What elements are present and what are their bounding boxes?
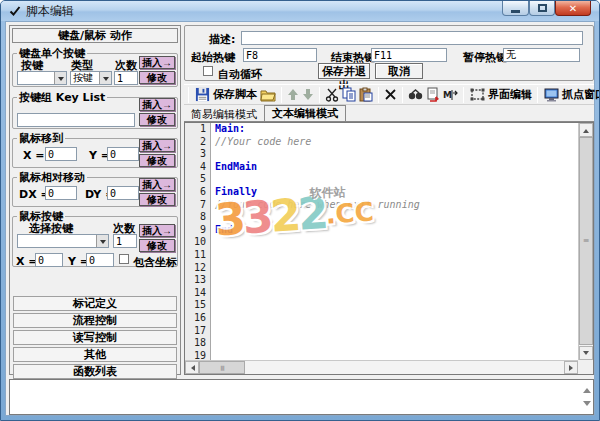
horizontal-scroll-thumb[interactable]: ≡ <box>199 361 245 374</box>
group-mouse-move: 鼠标移到 X = Y = 插入→ 修改 <box>12 131 178 168</box>
modify-button[interactable]: 修改 <box>139 71 175 84</box>
output-box[interactable] <box>9 379 594 415</box>
insert-button[interactable]: 插入→ <box>139 98 175 111</box>
insert-button[interactable]: 插入→ <box>139 178 175 191</box>
key-type-select[interactable]: 按键 <box>70 71 112 85</box>
copy-icon[interactable] <box>342 86 356 103</box>
triangle-up-icon[interactable] <box>583 384 591 393</box>
save-icon <box>194 86 211 103</box>
category-flow-control-button[interactable]: 流程控制 <box>13 313 177 328</box>
watermark-site-tag: 软件站 <box>309 184 346 202</box>
chevron-down-icon[interactable] <box>54 72 66 84</box>
insert-button[interactable]: 插入→ <box>139 139 175 152</box>
code-line <box>212 287 578 300</box>
include-coord-checkbox[interactable] <box>119 254 129 264</box>
find-next-icon[interactable]: M <box>443 86 458 103</box>
line-number: 3 <box>185 148 210 161</box>
arrow-down-icon[interactable] <box>302 86 314 103</box>
category-other-button[interactable]: 其他 <box>13 347 177 362</box>
ui-edit-button[interactable]: 界面编辑 <box>469 86 532 103</box>
modify-button[interactable]: 修改 <box>139 113 175 126</box>
watermark-text: 3322.CC <box>215 209 375 239</box>
line-number: 13 <box>185 274 210 287</box>
vertical-scrollbar[interactable]: ≡ <box>578 123 593 360</box>
cancel-dialog-button[interactable]: 取消 <box>375 63 423 79</box>
category-function-list-button[interactable]: 函数列表 <box>13 364 177 379</box>
save-exit-button[interactable]: 保存并退出 <box>318 63 370 79</box>
open-folder-icon[interactable] <box>260 86 276 103</box>
triangle-left-icon <box>188 365 195 371</box>
key-list-input[interactable] <box>17 113 135 127</box>
modify-button[interactable]: 修改 <box>139 239 175 252</box>
minimize-button[interactable] <box>502 1 529 16</box>
find-icon[interactable] <box>408 86 423 103</box>
click-count-input[interactable] <box>113 234 137 248</box>
mouse-dy-input[interactable] <box>107 186 139 200</box>
category-read-write-button[interactable]: 读写控制 <box>13 330 177 345</box>
close-icon: ✕ <box>569 3 577 14</box>
code-line: Main: <box>212 123 578 136</box>
tab-simple-edit-mode[interactable]: 简易编辑模式 <box>184 107 264 121</box>
scroll-down-button[interactable] <box>579 346 593 360</box>
panel-header: 键盘/鼠标 动作 <box>12 28 178 43</box>
scroll-grip-icon: ≡ <box>583 238 590 244</box>
category-mark-define-button[interactable]: 标记定义 <box>13 296 177 311</box>
mouse-button-select[interactable] <box>17 234 109 248</box>
vertical-scroll-thumb[interactable]: ≡ <box>579 137 593 345</box>
triangle-down-icon[interactable] <box>583 401 591 410</box>
line-number: 15 <box>185 299 210 312</box>
code-line <box>212 173 578 186</box>
line-number: 12 <box>185 262 210 275</box>
mouse-x-input[interactable] <box>45 147 77 161</box>
modify-button[interactable]: 修改 <box>139 154 175 167</box>
find-file-icon[interactable] <box>426 86 440 103</box>
modify-button[interactable]: 修改 <box>139 193 175 206</box>
line-number: 8 <box>185 211 210 224</box>
scroll-left-button[interactable] <box>185 361 199 374</box>
arrow-up-icon[interactable] <box>287 86 299 103</box>
grab-point-window-button[interactable]: 抓点窗口 <box>543 86 600 103</box>
include-coord-label: 包含坐标 <box>133 255 177 270</box>
mouse-y-input[interactable] <box>107 147 139 161</box>
auto-loop-label: 自动循环 <box>218 67 262 82</box>
paste-icon[interactable] <box>359 86 373 103</box>
watermark-letter: 2 <box>269 189 300 242</box>
toolbar-separator <box>281 87 282 103</box>
line-number: 2 <box>185 136 210 149</box>
click-x-input[interactable] <box>35 253 63 267</box>
line-number: 11 <box>185 249 210 262</box>
line-number: 6 <box>185 186 210 199</box>
group-key-list-title: 按键组 Key List <box>17 90 107 105</box>
key-select[interactable] <box>17 71 67 85</box>
save-script-button[interactable]: 保存脚本 <box>194 86 257 103</box>
key-count-input[interactable] <box>114 71 138 85</box>
start-hotkey-input[interactable] <box>243 48 317 62</box>
maximize-button[interactable] <box>529 1 555 16</box>
auto-loop-checkbox[interactable] <box>203 66 213 76</box>
insert-button[interactable]: 插入→ <box>139 224 175 237</box>
end-hotkey-input[interactable] <box>371 48 447 62</box>
chevron-down-icon[interactable] <box>99 72 111 84</box>
mouse-dx-input[interactable] <box>45 186 77 200</box>
scroll-up-button[interactable] <box>579 123 593 137</box>
insert-button[interactable]: 插入→ <box>139 56 175 69</box>
tab-text-edit-mode[interactable]: 文本编辑模式 <box>264 105 346 121</box>
window-title: 脚本编辑 <box>26 3 74 20</box>
group-mouse-relative-title: 鼠标相对移动 <box>17 170 87 185</box>
close-button[interactable]: ✕ <box>555 1 591 16</box>
description-input[interactable] <box>241 31 583 45</box>
pause-hotkey-input[interactable] <box>503 48 580 62</box>
code-editor[interactable]: 1234567891011121314151617181920 Main://Y… <box>184 122 594 375</box>
click-y-input[interactable] <box>86 253 114 267</box>
code-line <box>212 312 578 325</box>
chevron-down-icon[interactable] <box>96 235 108 247</box>
scroll-right-button[interactable] <box>564 361 578 374</box>
delete-icon[interactable] <box>384 86 397 103</box>
horizontal-scrollbar[interactable]: ≡ <box>185 360 578 374</box>
action-panel: 键盘/鼠标 动作 键盘单个按键 按键 类型 次数 按键 插入→ 修改 按键组 K… <box>9 25 181 375</box>
scroll-grip-icon: ≡ <box>219 364 225 371</box>
cut-icon[interactable] <box>325 86 339 103</box>
titlebar[interactable]: 脚本编辑 ✕ <box>1 1 599 21</box>
watermark-letter: 3 <box>241 191 272 244</box>
watermark-letter: 3 <box>213 193 244 246</box>
